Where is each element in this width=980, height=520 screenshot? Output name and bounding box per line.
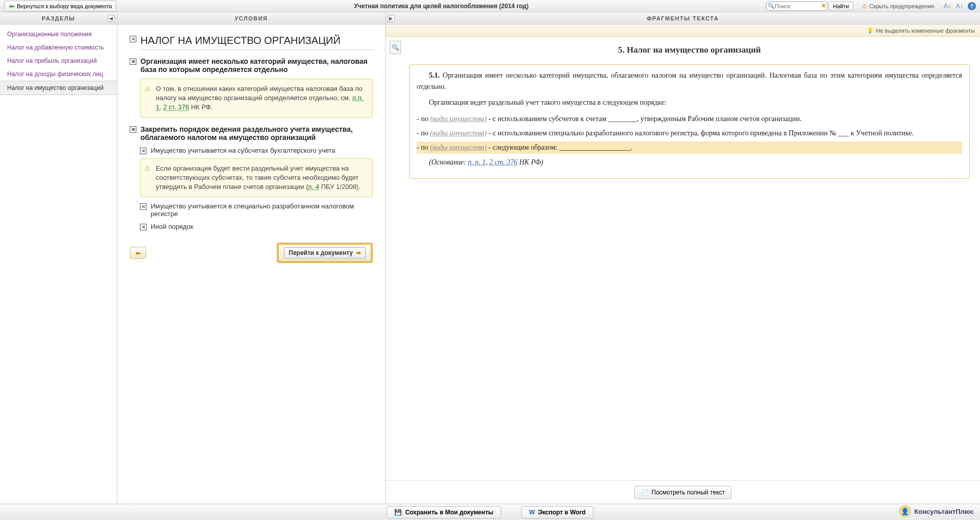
fragments-body: 🔍 5. Налог на имущество организаций 5.1.…	[386, 37, 980, 480]
checkbox-icon[interactable]: ✕	[140, 148, 147, 154]
checkbox-icon[interactable]: ✕	[130, 58, 136, 65]
consultant-plus-logo: 👤 КонсультантПлюс	[899, 505, 974, 517]
font-decrease-icon[interactable]: A↕	[943, 2, 951, 10]
topbar: ⬅ Вернуться к выбору вида документа Учет…	[0, 0, 980, 12]
document-title: Учетная политика для целей налогообложен…	[121, 3, 762, 10]
fragment-list-intro: Организация ведет раздельный учет такого…	[417, 97, 962, 108]
back-arrow-icon: ⬅	[9, 2, 15, 10]
save-icon: 💾	[394, 509, 402, 516]
conditions-h1: ✕ НАЛОГ НА ИМУЩЕСТВО ОРГАНИЗАЦИЙ	[130, 35, 373, 50]
document-icon[interactable]: 🔍	[390, 41, 401, 54]
sub-option-other: ✕ Иной порядок	[140, 223, 373, 230]
sidebar-item-organizational[interactable]: Организационные положения	[0, 28, 117, 41]
font-increase-icon[interactable]: A↕	[955, 2, 964, 10]
help-icon[interactable]: ?	[968, 2, 976, 10]
info-note-1: ⚠ О том, в отношении каких категорий иму…	[140, 79, 373, 118]
document-icon: 📄	[641, 489, 649, 496]
fragments-column: ▶ ФРАГМЕНТЫ ТЕКСТА 💡 Не выделять изменен…	[386, 12, 980, 504]
checkbox-icon[interactable]: ✕	[130, 36, 136, 42]
sub-option-register: ✕ Имущество учитывается в специально раз…	[140, 202, 373, 218]
collapse-right-icon[interactable]: ▶	[388, 15, 395, 22]
search-icon: 🔍	[768, 3, 775, 9]
fragment-p51: 5.1. Организация имеет несколько категор…	[417, 70, 962, 92]
warning-icon: ⚠	[145, 164, 151, 173]
collapse-left-icon[interactable]: ◀	[108, 15, 115, 22]
fragment-box: 5.1. Организация имеет несколько категор…	[409, 64, 970, 179]
fragment-cite: (Основание: п. п. 1, 2 ст. 376 НК РФ)	[417, 157, 962, 168]
cite-link-st376[interactable]: 2 ст. 376	[489, 158, 517, 166]
clear-search-icon[interactable]: ✖	[821, 3, 826, 9]
fragment-row-3-highlighted: - по (виды имущества) - следующим образо…	[417, 141, 962, 154]
top-icon-group: A↕ A↕ ?	[943, 2, 976, 10]
sidebar-item-profit-tax[interactable]: Налог на прибыль организаций	[0, 54, 117, 67]
export-word-button[interactable]: W Экспорт в Word	[521, 506, 593, 518]
arrow-left-icon: ⬅	[135, 249, 141, 257]
main-layout: РАЗДЕЛЫ ◀ Организационные положения Нало…	[0, 12, 980, 504]
conditions-h2-b: ✕ Закрепить порядок ведения раздельного …	[130, 125, 373, 141]
conditions-header: УСЛОВИЯ	[117, 12, 385, 25]
law-link-p4[interactable]: п. 4	[308, 183, 320, 191]
arrow-right-icon: ➡	[356, 249, 361, 256]
conditions-column: УСЛОВИЯ ✕ НАЛОГ НА ИМУЩЕСТВО ОРГАНИЗАЦИЙ…	[117, 12, 386, 504]
checkbox-icon[interactable]: ✕	[140, 224, 147, 230]
fragment-row-1: - по (виды имущества) - с использованием…	[417, 113, 962, 125]
search-input[interactable]	[766, 2, 827, 11]
checkbox-icon[interactable]: ✕	[130, 126, 136, 133]
warning-icon: ⚠	[145, 84, 151, 93]
nav-row: ⬅ Перейти к документу ➡	[130, 243, 373, 263]
view-full-text-button[interactable]: 📄 Посмотреть полный текст	[634, 486, 732, 499]
checkbox-icon[interactable]: ✕	[140, 203, 147, 210]
view-full-wrap: 📄 Посмотреть полный текст	[386, 480, 980, 504]
conditions-body: ✕ НАЛОГ НА ИМУЩЕСТВО ОРГАНИЗАЦИЙ ✕ Орган…	[117, 25, 385, 273]
fragments-header: ▶ ФРАГМЕНТЫ ТЕКСТА	[386, 12, 980, 25]
goto-document-button[interactable]: Перейти к документу ➡	[277, 243, 373, 263]
info-note-2: ⚠ Если организация будет вести раздельны…	[140, 158, 373, 198]
find-button[interactable]: Найти	[828, 2, 853, 11]
sidebar-item-income-tax[interactable]: Налог на доходы физических лиц	[0, 67, 117, 81]
fragment-row-2: - по (виды имущества) - с использованием…	[417, 128, 962, 139]
sections-column: РАЗДЕЛЫ ◀ Организационные положения Нало…	[0, 12, 117, 504]
prev-section-button[interactable]: ⬅	[130, 247, 146, 259]
save-my-documents-button[interactable]: 💾 Сохранить в Мои документы	[387, 506, 501, 518]
sub-option-subaccounts: ✕ Имущество учитывается на субсчетах бух…	[140, 147, 373, 154]
conditions-h2-a: ✕ Организация имеет несколько категорий …	[130, 57, 373, 74]
sidebar-list: Организационные положения Налог на добав…	[0, 25, 117, 98]
logo-icon: 👤	[899, 505, 911, 517]
hide-warnings-button[interactable]: ⚠ Скрыть предупреждения	[862, 3, 934, 10]
back-button[interactable]: ⬅ Вернуться к выбору вида документа	[4, 1, 116, 12]
word-icon: W	[529, 509, 535, 516]
sections-header: РАЗДЕЛЫ ◀	[0, 12, 117, 25]
sidebar-item-vat[interactable]: Налог на добавленную стоимость	[0, 41, 117, 54]
sidebar-item-property-tax[interactable]: Налог на имущество организаций	[0, 81, 117, 95]
warning-icon: ⚠	[862, 3, 867, 10]
dont-highlight-toggle[interactable]: Не выделять измененные фрагменты	[876, 28, 975, 34]
bottombar: 💾 Сохранить в Мои документы W Экспорт в …	[0, 504, 980, 520]
hide-warnings-label: Скрыть предупреждения	[869, 3, 934, 9]
bulb-icon: 💡	[867, 27, 874, 34]
fragment-heading: 5. Налог на имущество организаций	[409, 45, 970, 55]
law-link-st376[interactable]: 2 ст. 376	[163, 103, 189, 111]
back-label: Вернуться к выбору вида документа	[17, 3, 112, 9]
search-box: 🔍 ✖ Найти	[766, 2, 853, 11]
cite-link-pp1[interactable]: п. п. 1	[468, 158, 486, 166]
fragments-toolbar: 💡 Не выделять измененные фрагменты	[386, 25, 980, 37]
